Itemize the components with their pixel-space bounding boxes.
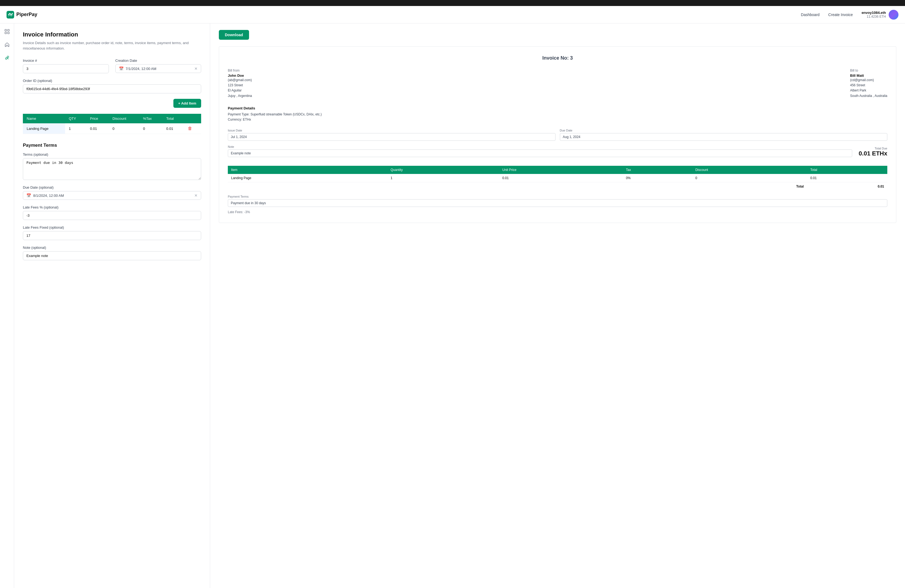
preview-item-name: Landing Page (228, 174, 387, 183)
invoice-no-label: Invoice No: (542, 55, 568, 61)
due-date-value: 8/1/2024, 12:00 AM (33, 194, 192, 198)
late-fees-fixed-input[interactable] (23, 231, 201, 240)
item-tax-cell: 0 (139, 123, 162, 134)
avatar (889, 10, 899, 20)
total-due-label: Total Due (859, 147, 887, 150)
terms-textarea[interactable]: Payment due in 30 days (23, 158, 201, 180)
svg-rect-0 (6, 11, 14, 19)
add-item-button[interactable]: + Add Item (173, 99, 201, 108)
svg-rect-3 (5, 32, 6, 34)
currency-value: ETHx (243, 118, 251, 121)
table-row: Landing Page 1 0.01 0 0 0.01 🗑 (23, 123, 201, 134)
download-button[interactable]: Download (219, 30, 249, 40)
item-price-cell: 0.01 (86, 123, 109, 134)
order-id-input[interactable] (23, 84, 201, 93)
svg-rect-4 (8, 32, 9, 34)
sidebar (0, 24, 14, 588)
bill-to-email: (cd@gmail.com) (850, 78, 887, 83)
svg-rect-1 (5, 29, 6, 31)
creation-date-field[interactable]: 📅 7/1/2024, 12:00 AM ✕ (115, 64, 202, 73)
grid-icon (5, 29, 10, 34)
preview-col-item: Item (228, 166, 387, 174)
late-fees-fixed-label: Late Fees Fixed (optional) (23, 226, 201, 229)
late-fees-pct-label: Late Fees % (optional) (23, 205, 201, 209)
bill-from-block: Bill from John Doe (ab@gmail.com) 123 St… (228, 68, 252, 99)
logo: PiperPay (6, 11, 37, 19)
col-total: Total (162, 114, 184, 123)
due-calendar-icon: 📅 (26, 193, 31, 198)
preview-item-qty: 1 (387, 174, 499, 183)
bill-from-address2: El Aguilar (228, 88, 252, 93)
main-layout: Invoice Information Invoice Details such… (0, 24, 905, 588)
creation-date-clear[interactable]: ✕ (194, 67, 198, 71)
calendar-icon: 📅 (119, 67, 124, 71)
sidebar-item-grid[interactable] (3, 28, 11, 35)
dates-row: Issue Date Jul 1, 2024 Due Date Aug 1, 2… (228, 129, 887, 141)
form-panel: Invoice Information Invoice Details such… (14, 24, 210, 588)
nav-create-invoice[interactable]: Create Invoice (828, 13, 853, 17)
user-eth: 11.4236 ETH (861, 15, 886, 19)
item-delete-cell[interactable]: 🗑 (184, 123, 201, 134)
user-name: envoy1084.eth (861, 11, 886, 15)
invoice-preview: Invoice No: 3 Bill from John Doe (ab@gma… (219, 46, 896, 223)
invoice-number-group: Invoice # (23, 59, 109, 73)
currency-label: Currency: (228, 118, 242, 121)
due-date-box: Due Date Aug 1, 2024 (560, 129, 888, 141)
due-date-field[interactable]: 📅 8/1/2024, 12:00 AM ✕ (23, 191, 201, 200)
items-table: Name QTY Price Discount %Tax Total Landi… (23, 114, 201, 134)
tools-icon (5, 55, 10, 60)
preview-note-val: Example note (228, 149, 852, 157)
col-name: Name (23, 114, 65, 123)
delete-icon[interactable]: 🗑 (188, 126, 192, 131)
preview-due-date-label: Due Date (560, 129, 888, 132)
creation-date-label: Creation Date (115, 59, 202, 63)
preview-item-discount: 0 (692, 174, 807, 183)
nav-dashboard[interactable]: Dashboard (801, 13, 820, 17)
preview-items-table: Item Quantity Unit Price Tax Discount To… (228, 166, 887, 191)
item-total-cell: 0.01 (162, 123, 184, 134)
bill-from-name: John Doe (228, 73, 252, 78)
svg-point-5 (5, 58, 7, 59)
bill-section: Bill from John Doe (ab@gmail.com) 123 St… (228, 68, 887, 99)
bill-to-name: Bill Matt (850, 73, 887, 78)
payment-currency: Currency: ETHx (228, 117, 887, 122)
invoice-no-value: 3 (570, 55, 573, 61)
invoice-number-row: Invoice # Creation Date 📅 7/1/2024, 12:0… (23, 59, 201, 73)
late-fees-fixed-group: Late Fees Fixed (optional) (23, 226, 201, 240)
preview-item-total: 0.01 (807, 174, 887, 183)
due-date-clear[interactable]: ✕ (194, 193, 198, 198)
payment-type-value: Superfluid streamable Token (USDCx, DAIx… (251, 113, 322, 116)
due-date-group: Due Date (optional) 📅 8/1/2024, 12:00 AM… (23, 185, 201, 200)
preview-table-row: Landing Page 1 0.01 0% 0 0.01 (228, 174, 887, 183)
terms-group: Terms (optional) Payment due in 30 days (23, 153, 201, 180)
issue-date-val: Jul 1, 2024 (228, 133, 556, 141)
invoice-number-input[interactable] (23, 64, 109, 73)
item-discount-cell: 0 (109, 123, 139, 134)
preview-panel: Download Invoice No: 3 Bill from John Do… (210, 24, 905, 588)
invoice-number-display: Invoice No: 3 (228, 55, 887, 61)
note-input[interactable] (23, 251, 201, 260)
late-fees-pct-input[interactable] (23, 211, 201, 220)
total-due-amount: 0.01 ETHx (859, 150, 887, 157)
preview-col-discount: Discount (692, 166, 807, 174)
header: PiperPay Dashboard Create Invoice envoy1… (0, 6, 905, 24)
user-info: envoy1084.eth 11.4236 ETH (861, 10, 899, 20)
svg-point-6 (7, 56, 9, 58)
note-label: Note (optional) (23, 246, 201, 250)
payment-type-label: Payment Type: (228, 113, 249, 116)
col-actions (184, 114, 201, 123)
bill-to-block: Bill to Bill Matt (cd@gmail.com) 456 Str… (850, 68, 887, 99)
issue-date-box: Issue Date Jul 1, 2024 (228, 129, 556, 141)
preview-col-total: Total (807, 166, 887, 174)
sidebar-item-tools[interactable] (3, 54, 11, 62)
bill-from-address3: Jujuy , Argentina (228, 93, 252, 99)
preview-col-qty: Quantity (387, 166, 499, 174)
invoice-number-label: Invoice # (23, 59, 109, 63)
top-bar (0, 0, 905, 6)
sidebar-item-home[interactable] (3, 41, 11, 48)
late-fees-value: -3% (244, 210, 250, 214)
bill-to-label: Bill to (850, 68, 887, 72)
preview-col-tax: Tax (623, 166, 692, 174)
col-discount: Discount (109, 114, 139, 123)
terms-label: Terms (optional) (23, 153, 201, 157)
